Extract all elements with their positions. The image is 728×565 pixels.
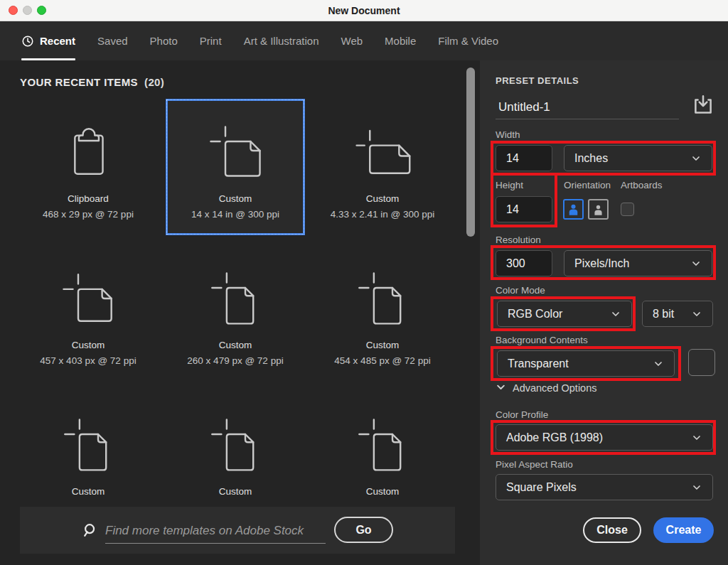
color-mode-dropdown[interactable]: RGB Color <box>497 301 632 327</box>
unit-value: Inches <box>574 152 608 165</box>
tab-mobile-label: Mobile <box>385 35 416 47</box>
document-portrait-icon <box>350 266 414 330</box>
tile-dims: 260 x 479 px @ 72 ppi <box>187 355 283 366</box>
tab-art-illustration[interactable]: Art & Illustration <box>244 21 319 60</box>
close-window-icon[interactable] <box>9 6 18 15</box>
tab-film-video[interactable]: Film & Video <box>438 21 498 60</box>
document-square-icon <box>203 119 267 183</box>
height-label: Height <box>496 180 523 190</box>
tab-saved[interactable]: Saved <box>97 21 128 60</box>
scrollbar-thumb[interactable] <box>466 68 475 237</box>
tile-label: Custom <box>219 486 252 497</box>
titlebar: New Document <box>0 0 728 21</box>
tab-photo[interactable]: Photo <box>150 21 178 60</box>
chevron-down-icon <box>496 382 506 394</box>
document-portrait-icon <box>203 412 267 476</box>
recent-items-grid: Clipboard 468 x 29 px @ 72 ppi Custom 14… <box>18 99 452 528</box>
clock-icon <box>21 35 34 48</box>
chevron-down-icon <box>691 308 702 320</box>
tile-dims: 457 x 403 px @ 72 ppi <box>40 355 136 366</box>
preset-tile-custom[interactable]: Custom 457 x 403 px @ 72 ppi <box>18 245 158 382</box>
recent-items-heading: YOUR RECENT ITEMS(20) <box>20 76 164 88</box>
recent-items-heading-text: YOUR RECENT ITEMS <box>20 76 138 88</box>
unit-dropdown[interactable]: Inches <box>564 145 712 171</box>
background-contents-value: Transparent <box>508 357 569 370</box>
search-icon <box>82 522 98 541</box>
preset-tile-custom[interactable]: Custom 4.33 x 2.41 in @ 300 ppi <box>313 99 452 235</box>
tab-print[interactable]: Print <box>200 21 222 60</box>
background-contents-label: Background Contents <box>496 335 588 345</box>
preset-tile-custom[interactable]: Custom 260 x 479 px @ 72 ppi <box>166 245 305 382</box>
window-title: New Document <box>328 5 400 16</box>
advanced-options-toggle[interactable]: Advanced Options <box>496 382 597 394</box>
tab-saved-label: Saved <box>97 35 128 47</box>
tab-print-label: Print <box>200 35 222 47</box>
tab-mobile[interactable]: Mobile <box>385 21 416 60</box>
width-input[interactable] <box>496 145 552 171</box>
chevron-down-icon <box>690 258 702 269</box>
document-landscape-icon <box>350 119 414 183</box>
pixel-aspect-ratio-dropdown[interactable]: Square Pixels <box>496 474 713 500</box>
preset-tile-custom[interactable]: Custom 454 x 485 px @ 72 ppi <box>313 245 452 382</box>
tile-dims: 4.33 x 2.41 in @ 300 ppi <box>331 209 435 220</box>
color-profile-value: Adobe RGB (1998) <box>506 431 603 444</box>
tile-label: Custom <box>219 340 252 350</box>
tile-label: Custom <box>366 340 400 350</box>
color-profile-label: Color Profile <box>496 409 548 420</box>
orientation-portrait-button[interactable] <box>563 199 584 220</box>
tile-label: Custom <box>366 193 400 204</box>
portrait-person-icon <box>567 203 580 216</box>
document-name-field[interactable]: Untitled-1 <box>498 100 550 114</box>
clipboard-icon <box>56 119 120 183</box>
tile-label: Custom <box>366 486 400 497</box>
tile-dims: 454 x 485 px @ 72 ppi <box>334 355 430 366</box>
minimize-window-icon <box>23 6 32 15</box>
tile-label: Custom <box>72 340 105 350</box>
name-field-underline <box>496 119 679 119</box>
create-button[interactable]: Create <box>653 517 714 543</box>
landscape-person-icon <box>592 203 605 216</box>
stock-search-input[interactable] <box>105 518 326 544</box>
go-button[interactable]: Go <box>334 517 393 543</box>
tab-recent[interactable]: Recent <box>21 21 75 60</box>
chevron-down-icon <box>690 153 702 164</box>
bit-depth-value: 8 bit <box>653 308 674 321</box>
recent-items-count: (20) <box>144 76 164 88</box>
preset-tile-clipboard[interactable]: Clipboard 468 x 29 px @ 72 ppi <box>18 99 158 235</box>
background-contents-dropdown[interactable]: Transparent <box>497 350 675 377</box>
preset-details-panel: PRESET DETAILS Untitled-1 Width Inches <box>480 60 728 565</box>
document-portrait-icon <box>203 266 267 330</box>
zoom-window-icon[interactable] <box>37 6 46 15</box>
color-profile-dropdown[interactable]: Adobe RGB (1998) <box>496 424 713 451</box>
pixel-aspect-ratio-label: Pixel Aspect Ratio <box>496 459 573 470</box>
tile-label: Custom <box>72 486 105 497</box>
pixel-aspect-ratio-value: Square Pixels <box>506 481 577 494</box>
chevron-down-icon <box>691 432 702 443</box>
chevron-down-icon <box>691 482 702 493</box>
color-mode-value: RGB Color <box>508 308 562 321</box>
resolution-label: Resolution <box>496 235 541 245</box>
height-input[interactable] <box>496 196 552 222</box>
document-square-icon <box>56 266 120 330</box>
document-portrait-icon <box>56 412 120 476</box>
orientation-landscape-button[interactable] <box>588 199 609 220</box>
artboards-checkbox[interactable] <box>621 203 634 216</box>
document-portrait-icon <box>350 412 414 476</box>
background-color-swatch[interactable] <box>688 349 715 376</box>
tab-art-label: Art & Illustration <box>244 35 319 47</box>
resolution-unit-dropdown[interactable]: Pixels/Inch <box>564 250 712 276</box>
category-tabbar: Recent Saved Photo Print Art & Illustrat… <box>0 21 728 60</box>
color-mode-label: Color Mode <box>496 285 545 296</box>
recent-items-panel: YOUR RECENT ITEMS(20) Clipboard 468 x 29… <box>0 60 480 565</box>
tile-dims: 14 x 14 in @ 300 ppi <box>191 209 279 220</box>
tile-label: Custom <box>219 193 252 204</box>
bit-depth-dropdown[interactable]: 8 bit <box>642 301 713 327</box>
chevron-down-icon <box>653 358 664 370</box>
tab-web[interactable]: Web <box>341 21 363 60</box>
close-button[interactable]: Close <box>583 517 641 543</box>
resolution-input[interactable] <box>496 250 552 276</box>
save-preset-icon[interactable] <box>691 94 715 121</box>
preset-tile-custom-selected[interactable]: Custom 14 x 14 in @ 300 ppi <box>166 99 305 235</box>
advanced-options-label: Advanced Options <box>513 382 597 394</box>
artboards-label: Artboards <box>621 180 663 190</box>
